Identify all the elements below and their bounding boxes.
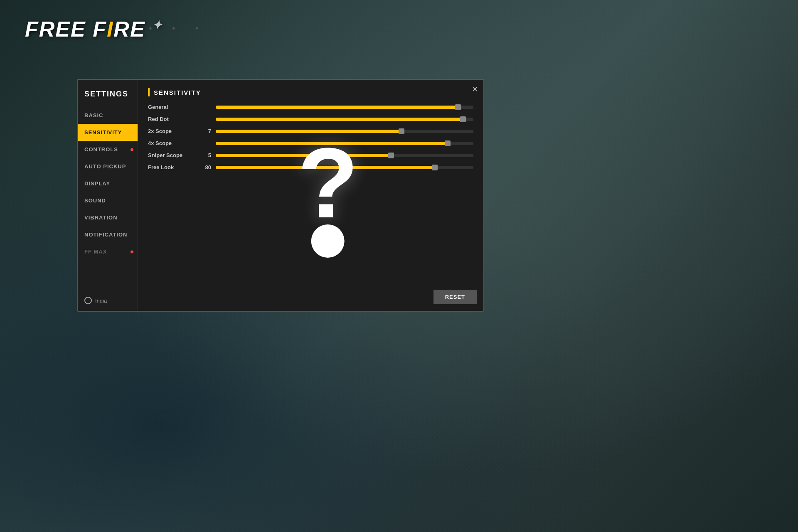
sidebar-item-sensitivity[interactable]: SENSITIVITY: [78, 124, 138, 141]
slider-sniper[interactable]: [216, 154, 473, 157]
slider-handle-general[interactable]: [455, 104, 461, 110]
sidebar-item-controls[interactable]: CONTROLS: [78, 141, 138, 158]
globe-icon: [84, 297, 92, 304]
slider-row-2xscope: 2x Scope 7: [148, 128, 473, 134]
close-button[interactable]: ×: [472, 84, 478, 95]
sidebar-item-ffmax[interactable]: FF MAX: [78, 243, 138, 260]
sidebar-item-basic[interactable]: BASIC: [78, 107, 138, 124]
slider-handle-freelook[interactable]: [432, 165, 438, 170]
slider-4xscope[interactable]: [216, 142, 473, 145]
slider-row-general: General: [148, 104, 473, 110]
settings-dialog: SETTINGS BASIC SENSITIVITY CONTROLS AUTO…: [77, 79, 484, 312]
logo-fire-i: I: [107, 17, 113, 41]
slider-row-4xscope: 4x Scope: [148, 140, 473, 146]
question-dot: [311, 224, 345, 258]
logo: FREE FIRE ✦: [25, 17, 163, 42]
reset-button[interactable]: RESET: [433, 290, 477, 304]
main-content: × SENSITIVITY General Red Dot: [138, 80, 483, 311]
section-bar-accent: [148, 88, 150, 96]
slider-freelook[interactable]: [216, 166, 473, 169]
slider-value-freelook: 80: [199, 164, 211, 170]
slider-track-fill-reddot: [216, 118, 463, 121]
slider-track-fill-sniper: [216, 154, 391, 157]
section-title: SENSITIVITY: [154, 89, 201, 96]
region-label: India: [95, 298, 107, 304]
slider-row-reddot: Red Dot: [148, 116, 473, 122]
slider-label-sniper: Sniper Scope: [148, 152, 194, 158]
sidebar: SETTINGS BASIC SENSITIVITY CONTROLS AUTO…: [78, 80, 138, 311]
sidebar-item-auto-pickup[interactable]: AUTO PICKUP: [78, 158, 138, 175]
slider-track-fill-4xscope: [216, 142, 448, 145]
slider-label-freelook: Free Look: [148, 164, 194, 170]
sidebar-item-sound[interactable]: SOUND: [78, 192, 138, 209]
slider-reddot[interactable]: [216, 118, 473, 121]
sidebar-item-vibration[interactable]: VIBRATION: [78, 209, 138, 226]
slider-row-freelook: Free Look 80: [148, 164, 473, 170]
slider-label-2xscope: 2x Scope: [148, 128, 194, 134]
logo-text: FREE FIRE ✦: [25, 17, 163, 42]
slider-handle-4xscope[interactable]: [445, 140, 451, 146]
slider-label-4xscope: 4x Scope: [148, 140, 194, 146]
sidebar-region: India: [78, 290, 138, 311]
sidebar-item-display[interactable]: DISPLAY: [78, 175, 138, 192]
logo-bird-icon: ✦: [152, 19, 163, 32]
slider-label-general: General: [148, 104, 194, 110]
slider-handle-sniper[interactable]: [388, 153, 394, 158]
slider-handle-2xscope[interactable]: [399, 128, 404, 134]
slider-general[interactable]: [216, 106, 473, 109]
slider-handle-reddot[interactable]: [460, 116, 466, 122]
slider-row-sniper: Sniper Scope 5: [148, 152, 473, 158]
sliders-container: General Red Dot 2x S: [148, 104, 473, 170]
slider-2xscope[interactable]: [216, 130, 473, 133]
slider-track-fill-general: [216, 106, 458, 109]
sidebar-item-notification[interactable]: NOTIFICATION: [78, 226, 138, 243]
section-header: SENSITIVITY: [148, 88, 473, 96]
slider-label-reddot: Red Dot: [148, 116, 194, 122]
sidebar-title: SETTINGS: [78, 86, 138, 107]
slider-value-sniper: 5: [199, 152, 211, 158]
slider-track-fill-freelook: [216, 166, 435, 169]
slider-track-fill-2xscope: [216, 130, 401, 133]
slider-value-2xscope: 7: [199, 128, 211, 134]
